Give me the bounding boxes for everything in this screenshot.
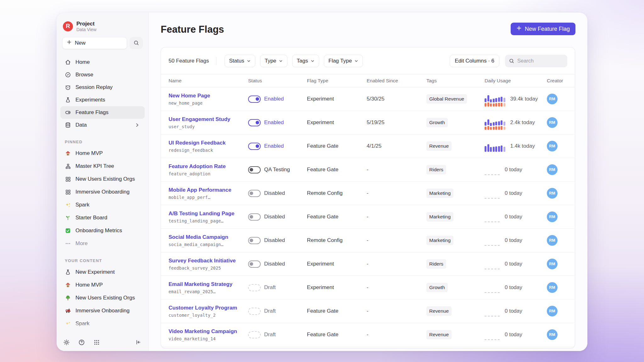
- table-row[interactable]: UI Redesign Feedback redesign_feedback E…: [161, 134, 575, 158]
- status-label: Enabled: [264, 119, 284, 126]
- tag-chip[interactable]: Marketing: [426, 236, 453, 245]
- table-row[interactable]: Feature Adoption Rate feature_adoption Q…: [161, 158, 575, 182]
- sidebar-item-session-replay[interactable]: Session Replay: [60, 81, 145, 94]
- creator-avatar[interactable]: RM: [547, 188, 558, 199]
- collapse-sidebar-icon[interactable]: [135, 339, 142, 346]
- status-toggle[interactable]: [248, 213, 261, 221]
- status-toggle[interactable]: [248, 284, 261, 291]
- status-toggle[interactable]: [248, 237, 261, 244]
- column-header-status[interactable]: Status: [241, 78, 299, 84]
- creator-avatar[interactable]: RM: [547, 211, 558, 222]
- table-row[interactable]: Video Marketing Campaign video_marketing…: [161, 323, 575, 347]
- tags-filter[interactable]: Tags: [292, 55, 319, 67]
- search-box[interactable]: [505, 55, 567, 67]
- tag-chip[interactable]: Revenue: [426, 330, 452, 339]
- type-filter[interactable]: Type: [260, 55, 287, 67]
- status-filter[interactable]: Status: [225, 55, 255, 67]
- table-row[interactable]: Survey Feedback Initiative feedback_surv…: [161, 252, 575, 276]
- tag-chip[interactable]: Revenue: [426, 306, 452, 316]
- sidebar-item-feature-flags[interactable]: Feature Flags: [60, 106, 145, 119]
- sidebar-item-home[interactable]: Home: [60, 56, 145, 69]
- table-row[interactable]: Customer Loyalty Program customer_loyalt…: [161, 299, 575, 323]
- content-item-spark[interactable]: Spark: [60, 317, 145, 330]
- creator-avatar[interactable]: RM: [547, 306, 558, 316]
- creator-avatar[interactable]: RM: [547, 94, 558, 104]
- help-icon[interactable]: [78, 339, 85, 346]
- content-item-immersive-onboarding[interactable]: Immersive Onboarding: [60, 304, 145, 317]
- sidebar-item-data[interactable]: Data: [60, 119, 145, 131]
- table-row[interactable]: User Engagement Study user_study Enabled…: [161, 111, 575, 134]
- tag-chip[interactable]: Marketing: [426, 212, 453, 222]
- flag-name-link[interactable]: Survey Feedback Initiative: [169, 258, 241, 264]
- status-toggle[interactable]: [248, 190, 261, 197]
- pinned-item-immersive-onboarding[interactable]: Immersive Onboarding: [60, 186, 145, 199]
- tag-chip[interactable]: Riders: [426, 259, 446, 269]
- status-toggle[interactable]: [248, 308, 261, 315]
- flag-name-link[interactable]: Email Marketing Strategy: [169, 281, 241, 288]
- sidebar-search-button[interactable]: [130, 37, 143, 49]
- column-header-tags[interactable]: Tags: [419, 78, 477, 84]
- pinned-item-spark[interactable]: Spark: [60, 199, 145, 211]
- sidebar-item-experiments[interactable]: Experiments: [60, 94, 145, 106]
- creator-avatar[interactable]: RM: [547, 259, 558, 269]
- pinned-item-starter-board[interactable]: Starter Board: [60, 211, 145, 224]
- sidebar-item-label: Home: [75, 59, 90, 65]
- pinned-item-new-users-existing-orgs[interactable]: New Users Existing Orgs: [60, 173, 145, 186]
- status-toggle[interactable]: [248, 331, 261, 338]
- pinned-more-button[interactable]: More: [60, 237, 145, 250]
- pinned-item-home-mvp[interactable]: Home MVP: [60, 147, 145, 160]
- flag-name-link[interactable]: A/B Testing Landing Page: [169, 211, 241, 217]
- search-input[interactable]: [517, 58, 561, 64]
- flag-name-link[interactable]: Feature Adoption Rate: [169, 163, 241, 170]
- project-switcher[interactable]: R Project Data View: [63, 21, 142, 32]
- gear-icon[interactable]: [63, 339, 70, 346]
- tag-chip[interactable]: Growth: [426, 118, 448, 127]
- status-toggle[interactable]: [248, 119, 261, 126]
- pinned-item-master-kpi-tree[interactable]: Master KPI Tree: [60, 160, 145, 173]
- flag-type-filter[interactable]: Flag Type: [324, 55, 363, 67]
- status-toggle[interactable]: [248, 166, 261, 173]
- creator-avatar[interactable]: RM: [547, 117, 558, 128]
- sidebar-item-browse[interactable]: Browse: [60, 69, 145, 81]
- flag-name-link[interactable]: UI Redesign Feedback: [169, 140, 241, 146]
- flag-name-link[interactable]: Social Media Campaign: [169, 234, 241, 240]
- creator-avatar[interactable]: RM: [547, 282, 558, 293]
- table-row[interactable]: Mobile App Performance mobile_app_perf… …: [161, 182, 575, 205]
- edit-columns-button[interactable]: Edit Columns · 6: [450, 55, 499, 67]
- flag-name-link[interactable]: User Engagement Study: [169, 116, 241, 123]
- status-toggle[interactable]: [248, 143, 261, 150]
- creator-avatar[interactable]: RM: [547, 235, 558, 246]
- flag-name-link[interactable]: Mobile App Performance: [169, 187, 241, 193]
- column-header-enabled-since[interactable]: Enabled Since: [359, 78, 419, 84]
- tag-chip[interactable]: Riders: [426, 165, 446, 174]
- table-row[interactable]: A/B Testing Landing Page testing_landing…: [161, 205, 575, 229]
- content-item-new-users-existing-orgs[interactable]: New Users Existing Orgs: [60, 292, 145, 304]
- content-item-new-experiment[interactable]: New Experiment: [60, 266, 145, 279]
- table-row[interactable]: New Home Page new_home_page Enabled Expe…: [161, 87, 575, 111]
- column-header-creator[interactable]: Creator: [539, 78, 575, 84]
- flag-name-link[interactable]: Customer Loyalty Program: [169, 305, 241, 311]
- creator-avatar[interactable]: RM: [547, 141, 558, 151]
- flag-name-link[interactable]: New Home Page: [169, 93, 241, 99]
- table-row[interactable]: Email Marketing Strategy email_revamp_20…: [161, 276, 575, 299]
- pinned-item-onboarding-metrics[interactable]: Onboarding Metrics: [60, 224, 145, 237]
- column-header-daily-usage[interactable]: Daily Usage: [477, 78, 539, 84]
- content-item-home-mvp[interactable]: Home MVP: [60, 279, 145, 292]
- status-filter-label: Status: [229, 58, 244, 64]
- creator-avatar[interactable]: RM: [547, 164, 558, 175]
- status-toggle[interactable]: [248, 261, 261, 268]
- tag-chip[interactable]: Global Revenue: [426, 94, 467, 104]
- column-header-flag-type[interactable]: Flag Type: [299, 78, 359, 84]
- apps-grid-icon[interactable]: [93, 339, 100, 346]
- tag-chip[interactable]: Revenue: [426, 141, 452, 151]
- column-header-name[interactable]: Name: [161, 78, 241, 84]
- main-content: Feature Flags New Feature Flag 50 Featur…: [149, 13, 587, 351]
- tag-chip[interactable]: Growth: [426, 283, 448, 292]
- new-feature-flag-button[interactable]: New Feature Flag: [511, 23, 575, 35]
- flag-name-link[interactable]: Video Marketing Campaign: [169, 328, 241, 335]
- tag-chip[interactable]: Marketing: [426, 189, 453, 198]
- table-row[interactable]: Social Media Campaign socia_media_campai…: [161, 229, 575, 252]
- creator-avatar[interactable]: RM: [547, 329, 558, 340]
- status-toggle[interactable]: [248, 96, 261, 103]
- new-button[interactable]: New: [62, 37, 127, 49]
